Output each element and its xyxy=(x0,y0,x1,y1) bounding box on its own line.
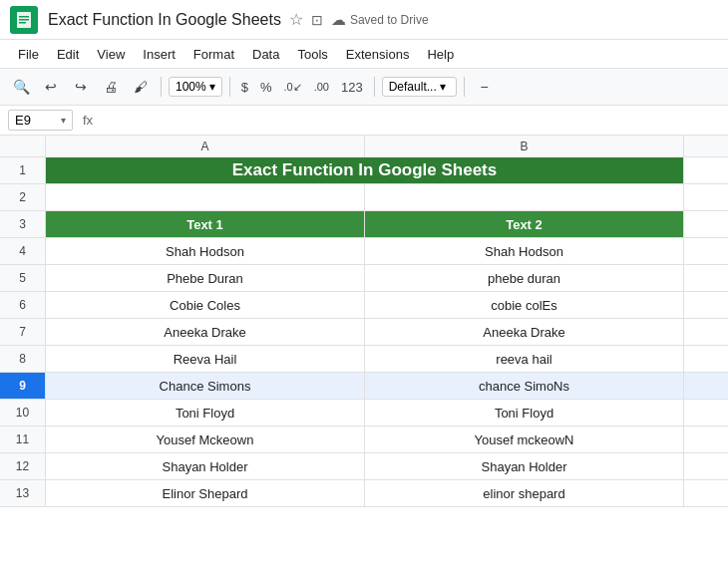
row-number: 13 xyxy=(0,480,46,506)
cell-b2[interactable] xyxy=(365,184,684,210)
spreadsheet: A B 1 Exact Function In Google Sheets 2 … xyxy=(0,136,728,507)
row-number: 3 xyxy=(0,211,46,237)
font-name: Default... xyxy=(389,80,437,94)
table-row: 11 Yousef Mckeown Yousef mckeowN xyxy=(0,427,728,453)
row-number: 8 xyxy=(0,346,46,372)
cell-a7[interactable]: Aneeka Drake xyxy=(46,319,365,345)
table-row: 7 Aneeka Drake Aneeka Drake xyxy=(0,319,728,346)
fx-label: fx xyxy=(83,113,93,128)
cell-b3[interactable]: Text 2 xyxy=(365,211,684,237)
table-row: 3 Text 1 Text 2 xyxy=(0,211,728,238)
cell-a2[interactable] xyxy=(46,184,365,210)
search-button[interactable]: 🔍 xyxy=(8,74,34,100)
minus-button[interactable]: − xyxy=(472,74,498,100)
table-row: 9 Chance Simons chance SimoNs xyxy=(0,373,728,400)
font-dropdown-icon: ▾ xyxy=(440,80,446,94)
col-header-a[interactable]: A xyxy=(46,136,365,157)
table-row: 12 Shayan Holder Shayan Holder xyxy=(0,453,728,480)
col-header-b[interactable]: B xyxy=(365,136,684,157)
svg-rect-1 xyxy=(19,16,29,18)
row-number: 12 xyxy=(0,453,46,479)
cell-a10[interactable]: Toni Floyd xyxy=(46,400,365,426)
saved-indicator: ☁ Saved to Drive xyxy=(331,11,429,29)
cell-a11[interactable]: Yousef Mckeown xyxy=(46,427,365,452)
divider-2 xyxy=(229,77,230,97)
cell-a8[interactable]: Reeva Hail xyxy=(46,346,365,372)
font-selector[interactable]: Default... ▾ xyxy=(382,77,457,97)
cell-ref-value: E9 xyxy=(15,113,31,128)
data-rows: 1 Exact Function In Google Sheets 2 3 Te… xyxy=(0,157,728,507)
percent-button[interactable]: % xyxy=(256,78,276,97)
svg-rect-3 xyxy=(19,22,26,24)
doc-title: Exact Function In Google Sheets xyxy=(48,11,281,29)
cell-a13[interactable]: Elinor Shepard xyxy=(46,480,365,506)
menu-insert[interactable]: Insert xyxy=(135,44,183,65)
folder-icon[interactable]: ⊡ xyxy=(311,12,323,28)
redo-button[interactable]: ↪ xyxy=(68,74,94,100)
menu-help[interactable]: Help xyxy=(419,44,462,65)
row-number: 10 xyxy=(0,400,46,426)
divider-4 xyxy=(464,77,465,97)
menu-edit[interactable]: Edit xyxy=(49,44,87,65)
row-number: 4 xyxy=(0,238,46,264)
cell-a3[interactable]: Text 1 xyxy=(46,211,365,237)
currency-button[interactable]: $ xyxy=(237,78,252,97)
menu-data[interactable]: Data xyxy=(244,44,287,65)
cloud-icon: ☁ xyxy=(331,11,346,29)
cell-b5[interactable]: phebe duran xyxy=(365,265,684,291)
cell-b13[interactable]: elinor shepard xyxy=(365,480,684,506)
row-number: 2 xyxy=(0,184,46,210)
menu-tools[interactable]: Tools xyxy=(289,44,335,65)
menu-bar: File Edit View Insert Format Data Tools … xyxy=(0,40,728,68)
cell-a9[interactable]: Chance Simons xyxy=(46,373,365,399)
paint-format-button[interactable]: 🖌 xyxy=(128,74,154,100)
cell-b12[interactable]: Shayan Holder xyxy=(365,453,684,479)
menu-file[interactable]: File xyxy=(10,44,47,65)
cell-a1[interactable]: Exact Function In Google Sheets xyxy=(46,157,684,183)
zoom-selector[interactable]: 100% ▾ xyxy=(169,77,222,97)
table-row: 1 Exact Function In Google Sheets xyxy=(0,157,728,184)
cell-b6[interactable]: cobie colEs xyxy=(365,292,684,318)
table-row: 5 Phebe Duran phebe duran xyxy=(0,265,728,292)
cell-b7[interactable]: Aneeka Drake xyxy=(365,319,684,345)
title-bar: Exact Function In Google Sheets ☆ ⊡ ☁ Sa… xyxy=(0,0,728,40)
star-icon[interactable]: ☆ xyxy=(289,10,303,29)
divider-1 xyxy=(161,77,162,97)
cell-b8[interactable]: reeva hail xyxy=(365,346,684,372)
number-format-button[interactable]: 123 xyxy=(337,78,367,97)
decimal-decrease-button[interactable]: .0↙ xyxy=(280,79,306,96)
decimal-increase-button[interactable]: .00 xyxy=(310,79,333,95)
row-number: 11 xyxy=(0,427,46,452)
column-headers: A B xyxy=(0,136,728,157)
table-row: 6 Cobie Coles cobie colEs xyxy=(0,292,728,319)
table-row: 10 Toni Floyd Toni Floyd xyxy=(0,400,728,427)
table-row: 2 xyxy=(0,184,728,211)
cell-b10[interactable]: Toni Floyd xyxy=(365,400,684,426)
zoom-dropdown-icon: ▾ xyxy=(209,80,215,94)
table-row: 13 Elinor Shepard elinor shepard xyxy=(0,480,728,507)
cell-a12[interactable]: Shayan Holder xyxy=(46,453,365,479)
cell-b4[interactable]: Shah Hodson xyxy=(365,238,684,264)
cell-b11[interactable]: Yousef mckeowN xyxy=(365,427,684,452)
cell-a4[interactable]: Shah Hodson xyxy=(46,238,365,264)
toolbar: 🔍 ↩ ↪ 🖨 🖌 100% ▾ $ % .0↙ .00 123 Default… xyxy=(0,68,728,106)
row-number: 1 xyxy=(0,157,46,183)
zoom-value: 100% xyxy=(176,80,206,94)
cell-a6[interactable]: Cobie Coles xyxy=(46,292,365,318)
cell-b9[interactable]: chance SimoNs xyxy=(365,373,684,399)
menu-extensions[interactable]: Extensions xyxy=(338,44,418,65)
menu-view[interactable]: View xyxy=(89,44,133,65)
print-button[interactable]: 🖨 xyxy=(98,74,124,100)
divider-3 xyxy=(374,77,375,97)
row-number: 6 xyxy=(0,292,46,318)
menu-format[interactable]: Format xyxy=(185,44,242,65)
cell-a5[interactable]: Phebe Duran xyxy=(46,265,365,291)
cell-reference-box[interactable]: E9 ▾ xyxy=(8,110,73,131)
cell-ref-dropdown-icon: ▾ xyxy=(61,115,66,126)
sheets-logo xyxy=(10,6,38,34)
row-number: 5 xyxy=(0,265,46,291)
svg-rect-2 xyxy=(19,19,29,21)
row-number: 9 xyxy=(0,373,46,399)
undo-button[interactable]: ↩ xyxy=(38,74,64,100)
formula-bar: E9 ▾ fx xyxy=(0,106,728,136)
